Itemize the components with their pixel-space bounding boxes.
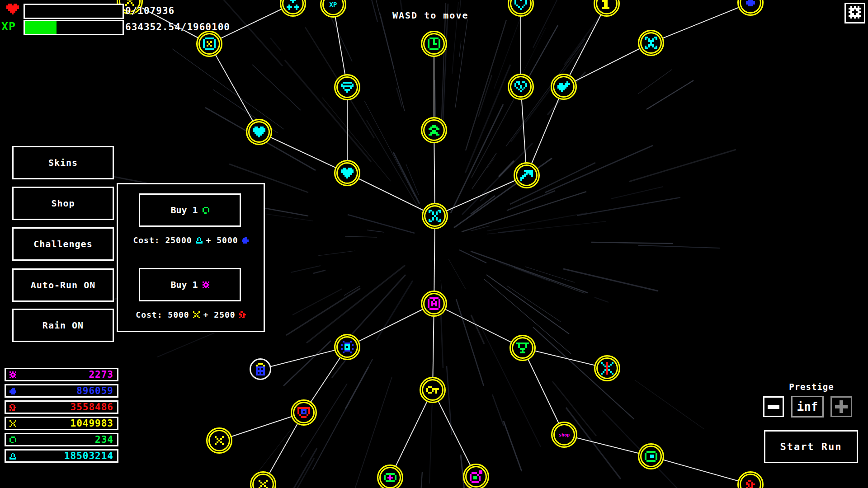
plus-icon [835, 400, 848, 413]
skill-node-shop[interactable]: shop [551, 422, 577, 448]
autoa-icon [428, 297, 440, 310]
tree-edge [347, 304, 434, 347]
refresh-icon [645, 451, 657, 462]
resource-row-burst: 2273 [5, 368, 118, 381]
start-run-button[interactable]: Start Run [764, 430, 858, 463]
heart-icon [341, 168, 354, 178]
ringx-icon [203, 38, 216, 50]
skill-node-heart-left[interactable] [246, 119, 272, 145]
prestige-plus-button[interactable] [830, 396, 852, 417]
resource-value: 1049983 [16, 418, 113, 429]
prestige-minus-button[interactable] [763, 396, 784, 417]
skill-node-backpack[interactable] [250, 358, 271, 380]
tree-edge [651, 3, 750, 43]
spread-icon [645, 37, 657, 49]
ring-icon [203, 207, 209, 214]
skill-node-key[interactable] [420, 377, 446, 403]
resource-row-virus: 3558486 [5, 400, 118, 414]
buy-button-1[interactable]: Buy 1 [139, 193, 241, 227]
skill-node-bug-red[interactable] [594, 355, 620, 381]
tree-edge [434, 304, 523, 348]
node-label-xp: XP [330, 1, 337, 8]
cost-text: + 5000 [206, 235, 238, 245]
node-label-shop: shop [559, 432, 570, 437]
resource-row-blob: 896059 [5, 384, 118, 398]
addm-icon [470, 470, 482, 483]
resource-row-xmark: 1049983 [5, 417, 118, 430]
virus-icon [746, 480, 755, 488]
skill-node-spread[interactable] [638, 30, 664, 56]
virus-icon [9, 404, 16, 411]
gear-icon [849, 6, 861, 20]
xmark-icon [193, 311, 200, 318]
skill-node-heart-mid[interactable] [334, 160, 360, 186]
skill-node-cursor[interactable] [514, 162, 540, 188]
xmark-icon [259, 480, 268, 488]
prestige-title: Prestige [764, 382, 859, 392]
skill-node-x-yellow[interactable] [206, 427, 232, 454]
xp-bar-fill [25, 21, 57, 34]
heart-icon [6, 4, 19, 14]
move-hint: WASD to move [392, 10, 469, 21]
skill-node-chevrons[interactable] [421, 117, 447, 143]
shieldr-icon [297, 407, 310, 418]
menu-shop-button[interactable]: Shop [12, 187, 114, 220]
gear-icon [849, 6, 861, 19]
resource-value: 18503214 [16, 450, 113, 461]
key-icon [426, 386, 439, 394]
plus2-icon [287, 0, 299, 10]
xp-bar [24, 20, 124, 35]
skill-node-clock[interactable] [421, 31, 447, 57]
resource-value: 896059 [16, 385, 113, 396]
skill-node-ring-x[interactable] [196, 31, 222, 57]
menu-challenges-button[interactable]: Challenges [12, 227, 114, 261]
menu-rain-button[interactable]: Rain ON [12, 309, 114, 342]
pack-icon [254, 363, 267, 375]
buy-button-label: Buy 1 [170, 205, 198, 216]
skill-node-bug-blue[interactable] [334, 334, 360, 360]
virus-icon [239, 311, 246, 318]
skill-node-shield[interactable] [334, 74, 360, 100]
skill-node-auto[interactable] [421, 291, 447, 317]
chev-icon [429, 125, 439, 136]
skill-node-refresh[interactable] [638, 443, 664, 469]
buy-button-label: Buy 1 [170, 279, 198, 290]
skill-node-shield-red[interactable] [291, 399, 317, 426]
health-heart-icon [6, 4, 19, 16]
burst-icon [9, 371, 16, 378]
blob-icon [242, 237, 249, 244]
resource-value: 234 [16, 434, 113, 445]
buy-button-2[interactable]: Buy 1 [139, 268, 241, 301]
tree-edge [651, 456, 750, 484]
burst-icon [203, 282, 209, 288]
cost-line-2: Cost: 5000+ 2500 [118, 310, 264, 319]
resource-value: 2273 [16, 369, 113, 380]
menu-skins-button[interactable]: Skins [12, 146, 114, 179]
one-icon [600, 0, 613, 9]
trophy-icon [516, 343, 529, 353]
cursor-icon [520, 170, 533, 181]
settings-button[interactable] [844, 3, 865, 23]
expand-icon [429, 210, 441, 222]
tree-edge [433, 390, 476, 477]
tree-edge [209, 44, 259, 132]
minus-icon [768, 405, 779, 409]
skill-node-add-currency[interactable] [463, 464, 489, 488]
skill-node-broken-heart[interactable] [508, 74, 534, 100]
orb-icon [746, 0, 755, 6]
menu-auto-run-button[interactable]: Auto-Run ON [12, 268, 114, 302]
cost-line-1: Cost: 25000+ 5000 [118, 235, 264, 245]
skill-node-heart-plus[interactable] [551, 74, 577, 100]
xp-value: 634352.54/1960100 [125, 22, 230, 33]
heart-o-icon [514, 0, 527, 10]
cost-text: Cost: 5000 [136, 310, 189, 319]
bugb-icon [341, 341, 354, 353]
heart-b-icon [514, 81, 527, 92]
xmark-icon [9, 420, 16, 427]
skill-node-burst-ring[interactable] [377, 465, 403, 488]
tree-edge [527, 87, 564, 175]
tree-edge [435, 175, 527, 216]
skill-node-center[interactable] [422, 203, 448, 229]
cost-text: + 2500 [203, 310, 236, 319]
skill-node-trophy[interactable] [509, 335, 536, 361]
